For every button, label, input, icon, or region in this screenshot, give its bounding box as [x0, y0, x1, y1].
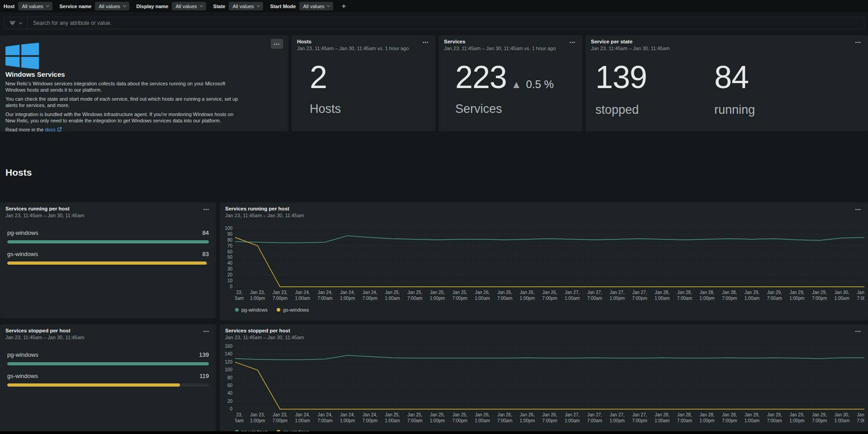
x-axis-label: Jan 25,7:00pm — [452, 412, 467, 424]
bar-track — [7, 261, 209, 265]
read-more-prefix: Read more in the — [5, 127, 45, 132]
chevron-down-icon — [256, 4, 259, 7]
card-menu-button[interactable]: ⋯ — [853, 327, 863, 336]
card-title: Services running per host — [5, 206, 70, 211]
x-axis-label: Jan 25,1:00am — [385, 412, 400, 424]
legend-label: pg-windows — [241, 307, 268, 313]
x-axis-label: Jan 24,1:00pm — [340, 412, 355, 424]
chevron-down-icon — [200, 4, 203, 7]
card-menu-button[interactable]: ⋯ — [853, 37, 863, 47]
filter-display-name: Display nameAll values — [137, 2, 206, 10]
bar-category-label: gs-windows — [7, 251, 38, 257]
filter-label: Service name — [60, 4, 92, 9]
x-axis-label: Jan 23,1:00pm — [250, 412, 265, 424]
y-axis-label: 40 — [227, 391, 232, 396]
y-axis-label: 60 — [227, 383, 232, 388]
add-filter-button[interactable]: + — [341, 2, 346, 10]
line-chart-stopped[interactable] — [235, 346, 864, 409]
hosts-billboard-card: Hosts Jan 23, 11:45am – Jan 30, 11:45am … — [292, 35, 435, 131]
x-axis-label: Jan 23,11:45am — [235, 412, 244, 424]
x-axis-label: Jan 23,11:45am — [235, 289, 244, 301]
services-running-line-card: Services running per host Jan 23, 11:45a… — [220, 202, 868, 321]
card-menu-button[interactable]: ⋯ — [271, 39, 283, 49]
x-axis-label: Jan 26,7:00pm — [542, 289, 557, 301]
services-billboard-card: Services Jan 23, 11:45am – Jan 30, 11:45… — [439, 35, 582, 131]
bar-category-label: pg-windows — [7, 351, 38, 358]
y-axis-label: 0 — [230, 406, 232, 411]
legend-dot-icon — [235, 308, 239, 312]
x-axis-label: Jan 25,1:00pm — [430, 289, 445, 301]
x-axis-label: Jan 25,7:00am — [407, 289, 422, 301]
y-axis-label: 10 — [227, 278, 232, 283]
bar-value: 139 — [199, 351, 209, 358]
stopped-count-value: 139 — [595, 61, 647, 93]
docs-link[interactable]: docs — [45, 127, 55, 132]
x-axis-label: Jan 29,1:00pm — [789, 412, 804, 424]
bar-track — [7, 362, 209, 365]
x-axis-label: Jan 28,1:00am — [655, 412, 670, 424]
filter-dropdown[interactable]: All values — [172, 2, 206, 10]
bar-chart-running: pg-windows84gs-windows83 — [7, 229, 209, 272]
y-axis: 1009080706050403020100 — [222, 226, 232, 289]
search-bar — [4, 17, 864, 29]
x-axis-label: Jan 27,1:00am — [565, 412, 580, 424]
card-title: Service per state — [591, 39, 632, 44]
services-delta-value: 0.5 % — [526, 78, 554, 91]
filter-bar-items: HostAll valuesService nameAll valuesDisp… — [4, 2, 340, 10]
bar-value: 119 — [199, 373, 209, 379]
intro-paragraph: Our integration is bundled with the Wind… — [5, 111, 239, 124]
x-axis-label: Jan 26,1:00pm — [520, 289, 535, 301]
filter-dropdown[interactable]: All values — [229, 2, 263, 10]
x-axis-label: Jan 27,1:00am — [565, 289, 580, 301]
x-axis-label: Jan 25,7:00pm — [452, 289, 467, 301]
intro-paragraph: New Relic's Windows services integration… — [5, 80, 239, 93]
running-count-label: running — [714, 103, 755, 117]
card-subtitle: Jan 23, 11:45am – Jan 30, 11:45am — [5, 213, 85, 218]
hosts-count-value: 2 — [310, 61, 327, 93]
card-menu-button[interactable]: ⋯ — [853, 205, 863, 214]
y-axis-label: 50 — [227, 255, 232, 260]
legend-item-gs-windows[interactable]: gs-windows — [277, 307, 309, 313]
x-axis-label: Jan 24,7:00am — [317, 289, 332, 301]
search-input[interactable] — [28, 20, 864, 26]
y-axis-label: 80 — [227, 238, 232, 243]
x-axis-label: Jan 29,7:00pm — [812, 412, 827, 424]
x-axis-label: Jan 29,7:00pm — [812, 289, 827, 301]
filter-dropdown[interactable]: All values — [299, 2, 333, 10]
card-menu-button[interactable]: ⋯ — [201, 205, 212, 214]
chevron-down-icon — [123, 4, 126, 7]
state-stopped-item: 139 stopped — [595, 61, 647, 117]
line-chart-running[interactable] — [235, 228, 864, 287]
state-running-item: 84 running — [714, 61, 755, 117]
y-axis-label: 20 — [227, 272, 232, 277]
filter-dropdown[interactable]: All values — [18, 2, 52, 10]
x-axis-label: Jan 24,1:00pm — [340, 289, 355, 301]
filter-service-name: Service nameAll values — [60, 2, 129, 10]
x-axis-label: Jan 24,1:00am — [295, 289, 310, 301]
x-axis-label: Jan 27,1:00pm — [609, 289, 624, 301]
x-axis-label: Jan 29,1:00pm — [789, 289, 804, 301]
series-line-pg-windows — [235, 355, 864, 360]
x-axis-label: Jan 25,1:00am — [385, 289, 400, 301]
x-axis-label: Jan 28,7:00pm — [722, 289, 737, 301]
filter-state: StateAll values — [213, 2, 263, 10]
y-axis-label: 80 — [227, 375, 232, 380]
intro-title: Windows Services — [5, 70, 65, 78]
search-filter-menu-button[interactable] — [4, 17, 28, 29]
card-menu-button[interactable]: ⋯ — [201, 327, 212, 336]
card-menu-button[interactable]: ⋯ — [420, 37, 431, 47]
card-subtitle: Jan 23, 11:45am – Jan 30, 11:45am vs. 1 … — [297, 46, 409, 51]
legend-item-pg-windows[interactable]: pg-windows — [235, 307, 268, 313]
filter-dropdown[interactable]: All values — [95, 2, 129, 10]
filter-start-mode: Start ModeAll values — [270, 2, 334, 10]
running-count-value: 84 — [714, 61, 755, 93]
bar-row: gs-windows83 — [7, 251, 209, 265]
chevron-down-icon — [19, 21, 22, 24]
stopped-count-label: stopped — [595, 103, 647, 117]
filter-label: State — [213, 4, 226, 9]
filter-dropdown-value: All values — [22, 4, 43, 9]
card-menu-button[interactable]: ⋯ — [567, 37, 578, 47]
y-axis-label: 90 — [227, 232, 232, 237]
x-axis-label: Jan 28,7:00pm — [722, 412, 737, 424]
x-axis-label: Jan 26,1:00am — [475, 412, 490, 424]
